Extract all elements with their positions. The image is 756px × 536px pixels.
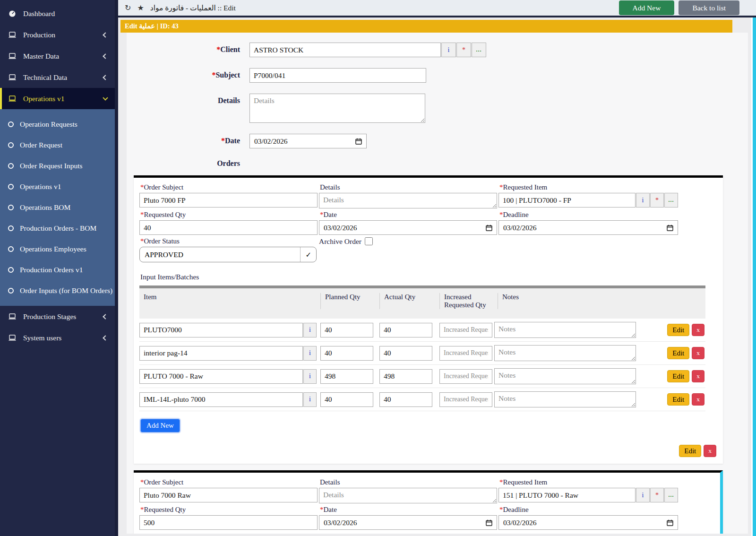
delete-button[interactable]: x xyxy=(692,347,704,359)
requested-qty-input[interactable] xyxy=(139,220,318,235)
edit-button[interactable]: Edit xyxy=(667,370,689,382)
submenu-item-order-request-inputs[interactable]: Order Request Inputs xyxy=(0,156,115,176)
delete-button[interactable]: x xyxy=(692,370,704,382)
more-button[interactable]: ... xyxy=(472,43,486,57)
info-button[interactable]: i xyxy=(303,323,317,337)
calendar-icon[interactable] xyxy=(355,138,362,145)
submenu-item-operation-requests[interactable]: Operation Requests xyxy=(0,114,115,135)
chevron-left-icon xyxy=(103,314,108,319)
submenu-item-production-orders-bom[interactable]: Production Orders - BOM xyxy=(0,218,115,239)
calendar-icon[interactable] xyxy=(667,519,673,526)
order-subject-input[interactable] xyxy=(139,193,318,207)
order-details-textarea[interactable] xyxy=(319,193,497,208)
more-button[interactable]: ... xyxy=(664,193,678,207)
notes-textarea[interactable] xyxy=(494,368,636,384)
edit-order-button[interactable]: Edit xyxy=(679,445,701,457)
deadline-input[interactable]: 03/02/2026 xyxy=(498,515,678,530)
edit-button[interactable]: Edit xyxy=(667,324,689,336)
sidebar-item-technical-data[interactable]: Technical Data xyxy=(0,67,115,88)
archive-order-checkbox[interactable] xyxy=(365,237,373,245)
laptop-icon xyxy=(8,32,17,38)
submenu-item-order-request[interactable]: Order Request xyxy=(0,135,115,156)
add-new-button[interactable]: Add New xyxy=(619,0,675,15)
calendar-icon[interactable] xyxy=(486,225,492,231)
info-button[interactable]: i xyxy=(303,346,317,361)
order-status-select[interactable]: APPROVED ✓ xyxy=(139,247,317,262)
submenu-item-production-orders-v1[interactable]: Production Orders v1 xyxy=(0,259,115,280)
order-date-input[interactable]: 03/02/2026 xyxy=(319,220,497,235)
edit-button[interactable]: Edit xyxy=(667,393,689,406)
actual-qty-input[interactable] xyxy=(379,392,432,407)
delete-button[interactable]: x xyxy=(692,324,704,336)
requested-item-input[interactable] xyxy=(498,193,636,207)
deadline-input[interactable]: 03/02/2026 xyxy=(498,220,678,235)
submenu-item-order-inputs-bom-orders[interactable]: Order Inputs (for BOM Orders) xyxy=(0,280,115,301)
order-subject-input[interactable] xyxy=(139,488,318,502)
requested-item-input[interactable] xyxy=(498,488,636,502)
required-button[interactable]: * xyxy=(456,43,471,57)
item-input[interactable] xyxy=(139,392,303,407)
requested-qty-input[interactable] xyxy=(139,515,318,530)
sidebar-item-label: Master Data xyxy=(23,52,59,61)
notes-textarea[interactable] xyxy=(494,391,636,407)
required-button[interactable]: * xyxy=(650,193,664,207)
date-input[interactable]: 03/02/2026 xyxy=(249,134,367,148)
item-input[interactable] xyxy=(139,346,303,361)
add-item-button[interactable]: Add New xyxy=(140,419,180,432)
submenu-item-operations-bom[interactable]: Operations BOM xyxy=(0,197,115,218)
sidebar-item-production-stages[interactable]: Production Stages xyxy=(0,306,115,327)
more-button[interactable]: ... xyxy=(664,488,678,502)
info-button[interactable]: i xyxy=(303,392,317,407)
order-subject-cell: *Order Subject xyxy=(139,477,318,503)
planned-qty-input[interactable] xyxy=(320,369,373,384)
planned-qty-input[interactable] xyxy=(320,392,373,407)
refresh-icon[interactable]: ↻ xyxy=(125,3,131,12)
notes-textarea[interactable] xyxy=(494,322,636,338)
info-button[interactable]: i xyxy=(303,369,317,384)
item-input[interactable] xyxy=(139,323,303,337)
edit-button[interactable]: Edit xyxy=(667,347,689,359)
client-label: *Client xyxy=(127,43,240,57)
delete-button[interactable]: x xyxy=(692,393,704,406)
delete-order-button[interactable]: x xyxy=(704,445,716,457)
increased-qty-input[interactable] xyxy=(439,369,492,384)
sidebar-item-label: Production Stages xyxy=(23,312,76,321)
column-header-planned-qty: Planned Qty xyxy=(320,293,379,309)
calendar-icon[interactable] xyxy=(486,519,492,526)
sidebar-item-operations-v1[interactable]: Operations v1 xyxy=(0,88,115,109)
chevron-down-icon xyxy=(103,95,108,100)
required-button[interactable]: * xyxy=(650,488,664,502)
back-to-list-button[interactable]: Back to list xyxy=(679,0,739,15)
planned-qty-input[interactable] xyxy=(320,346,373,361)
client-input[interactable] xyxy=(249,43,441,57)
requested-item-cell: *Requested Item i * ... xyxy=(498,182,678,208)
sidebar-item-production[interactable]: Production xyxy=(0,24,115,45)
increased-qty-input[interactable] xyxy=(439,392,492,407)
submenu-item-label: Operations BOM xyxy=(20,203,70,212)
submenu-item-operations-employees[interactable]: Operations Employees xyxy=(0,239,115,259)
submenu-item-operations-v1[interactable]: Operations v1 xyxy=(0,176,115,197)
order-details-textarea[interactable] xyxy=(319,488,497,503)
actual-qty-input[interactable] xyxy=(379,323,432,337)
sidebar-item-system-users[interactable]: System users xyxy=(0,327,115,348)
actual-qty-input[interactable] xyxy=(379,369,432,384)
order-date-input[interactable]: 03/02/2026 xyxy=(319,515,497,530)
scrollbar[interactable] xyxy=(751,17,756,536)
increased-qty-input[interactable] xyxy=(439,323,492,337)
sidebar-item-label: Dashboard xyxy=(23,9,55,18)
actual-qty-input[interactable] xyxy=(379,346,432,361)
sidebar-item-dashboard[interactable]: Dashboard xyxy=(0,3,115,24)
sidebar-item-master-data[interactable]: Master Data xyxy=(0,45,115,67)
item-input[interactable] xyxy=(139,369,303,384)
required-mark: * xyxy=(140,237,144,245)
favorite-star-icon[interactable]: ★ xyxy=(137,3,144,12)
info-button[interactable]: i xyxy=(441,43,456,57)
calendar-icon[interactable] xyxy=(667,225,673,231)
info-button[interactable]: i xyxy=(636,488,650,502)
details-textarea[interactable] xyxy=(249,94,425,123)
subject-input[interactable] xyxy=(249,68,426,83)
notes-textarea[interactable] xyxy=(494,345,636,361)
info-button[interactable]: i xyxy=(636,193,650,207)
planned-qty-input[interactable] xyxy=(320,323,373,337)
increased-qty-input[interactable] xyxy=(439,346,492,361)
